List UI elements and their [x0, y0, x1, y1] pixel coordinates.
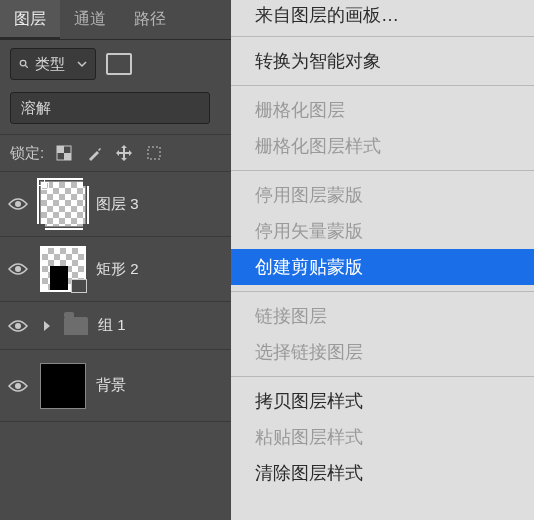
layers-panel: 图层 通道 路径 类型 溶解 锁定:: [0, 0, 231, 520]
chevron-down-icon: [77, 59, 87, 69]
svg-point-8: [15, 323, 21, 329]
layer-thumbnail[interactable]: [40, 363, 86, 409]
visibility-toggle[interactable]: [6, 379, 30, 393]
menu-artboard-from-layers[interactable]: 来自图层的画板…: [231, 0, 534, 30]
filter-type-dropdown[interactable]: 类型: [10, 48, 96, 80]
svg-rect-5: [148, 147, 160, 159]
blend-mode-value: 溶解: [21, 99, 51, 118]
layer-name[interactable]: 背景: [96, 376, 126, 395]
layer-filter-row: 类型: [0, 40, 231, 88]
layer-row[interactable]: 矩形 2: [0, 237, 231, 302]
menu-disable-layer-mask: 停用图层蒙版: [231, 177, 534, 213]
layer-name[interactable]: 组 1: [98, 316, 126, 335]
menu-rasterize-layer: 栅格化图层: [231, 92, 534, 128]
menu-separator: [231, 85, 534, 86]
visibility-toggle[interactable]: [6, 262, 30, 276]
menu-convert-smart-object[interactable]: 转换为智能对象: [231, 43, 534, 79]
visibility-toggle[interactable]: [6, 319, 30, 333]
menu-paste-layer-style: 粘贴图层样式: [231, 419, 534, 455]
filter-pixel-icon[interactable]: [106, 53, 132, 75]
menu-separator: [231, 170, 534, 171]
lock-pixels-icon[interactable]: [84, 143, 104, 163]
lock-transparency-icon[interactable]: [54, 143, 74, 163]
menu-select-linked: 选择链接图层: [231, 334, 534, 370]
visibility-toggle[interactable]: [6, 197, 30, 211]
lock-artboard-icon[interactable]: [144, 143, 164, 163]
svg-point-7: [15, 266, 21, 272]
menu-disable-vector-mask: 停用矢量蒙版: [231, 213, 534, 249]
context-menu: 来自图层的画板… 转换为智能对象 栅格化图层 栅格化图层样式 停用图层蒙版 停用…: [231, 0, 534, 520]
menu-separator: [231, 36, 534, 37]
menu-separator: [231, 291, 534, 292]
folder-icon: [64, 317, 88, 335]
blend-mode-dropdown[interactable]: 溶解: [10, 92, 210, 124]
layer-row[interactable]: 背景: [0, 350, 231, 422]
panel-tabs: 图层 通道 路径: [0, 0, 231, 40]
filter-type-label: 类型: [35, 55, 65, 74]
blend-mode-row: 溶解: [0, 88, 231, 134]
layer-list: 图层 3 矩形 2 组 1 背景: [0, 172, 231, 520]
lock-position-icon[interactable]: [114, 143, 134, 163]
layer-name[interactable]: 图层 3: [96, 195, 139, 214]
svg-line-1: [25, 65, 28, 68]
menu-create-clipping-mask[interactable]: 创建剪贴蒙版: [231, 249, 534, 285]
menu-copy-layer-style[interactable]: 拷贝图层样式: [231, 383, 534, 419]
tab-paths[interactable]: 路径: [120, 0, 180, 39]
menu-clear-layer-style[interactable]: 清除图层样式: [231, 455, 534, 491]
disclosure-triangle[interactable]: [40, 320, 54, 332]
layer-group-row[interactable]: 组 1: [0, 302, 231, 350]
lock-label: 锁定:: [10, 144, 44, 163]
layer-thumbnail[interactable]: [40, 181, 86, 227]
menu-rasterize-style: 栅格化图层样式: [231, 128, 534, 164]
svg-rect-3: [57, 146, 64, 153]
svg-point-9: [15, 383, 21, 389]
svg-point-0: [20, 60, 26, 66]
layer-row[interactable]: 图层 3: [0, 172, 231, 237]
tab-channels[interactable]: 通道: [60, 0, 120, 39]
svg-point-6: [15, 201, 21, 207]
lock-row: 锁定:: [0, 134, 231, 172]
svg-rect-4: [64, 153, 71, 160]
search-icon: [19, 59, 29, 69]
layer-thumbnail[interactable]: [40, 246, 86, 292]
layer-name[interactable]: 矩形 2: [96, 260, 139, 279]
menu-separator: [231, 376, 534, 377]
tab-layers[interactable]: 图层: [0, 0, 60, 39]
menu-link-layers: 链接图层: [231, 298, 534, 334]
